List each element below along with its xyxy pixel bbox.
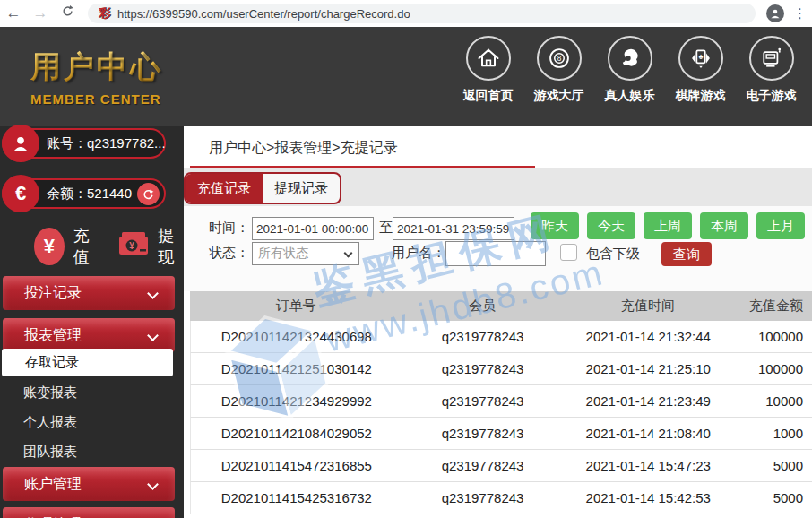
menu-group-bet-records[interactable]: 投注记录 [3,276,175,310]
filter-row-status: 状态： 所有状态 用户名： 包含下级 查询 [184,240,812,267]
url-text: https://6399590.com/userCenter/report/ch… [117,7,410,21]
quick-last-month-button[interactable]: 上月 [756,212,805,239]
home-icon [466,36,511,81]
balance-label: 余额：521440 [47,186,132,203]
nav-item-lobby[interactable]: 8 游戏大厅 [523,36,594,104]
cell-time: 2021-01-14 21:32:44 [563,329,733,344]
chevron-down-icon [147,288,159,299]
col-header-amount: 充值金额 [733,298,812,315]
site-favicon: 彩 [99,5,110,22]
cell-member: q2319778243 [402,329,564,344]
submenu-item-deposit-records[interactable]: 存取记录 [2,349,173,376]
cell-amount: 100000 [733,361,812,376]
include-sub-checkbox[interactable] [560,244,577,261]
top-nav: 返回首页 8 游戏大厅 真人娱乐 ♠ 棋牌游戏 电子游戏 [453,36,807,104]
cell-time: 2021-01-14 21:08:40 [563,426,733,441]
col-header-member: 会员 [402,298,563,315]
table-row: D2021011421324430698 q2319778243 2021-01… [190,321,812,353]
slot-machine-icon [749,36,794,81]
cell-order: D2021011421234929992 [191,393,402,409]
chevron-down-icon [147,479,159,490]
submenu-label: 存取记录 [25,354,79,371]
quick-last-week-button[interactable]: 上周 [644,212,692,239]
chevron-down-icon [147,330,159,341]
cell-order: D2021011421324430698 [191,329,402,344]
date-from-input[interactable] [252,217,374,240]
quick-this-week-button[interactable]: 本周 [700,212,748,239]
submenu-item-personal-report[interactable]: 个人报表 [23,414,77,431]
wallet-actions: ¥ 充值 ¥ 提现 [0,225,184,268]
site-logo[interactable]: 用户中心 MEMBER CENTER [30,47,163,107]
col-header-order: 订单号 [190,298,402,315]
sidebar: 账号：q23197782... € 余额：521440 ¥ 充值 ¥ 提现 投注… [0,126,184,518]
cell-member: q2319778243 [402,361,564,376]
quick-today-button[interactable]: 今天 [587,212,635,239]
browser-back-icon[interactable]: ← [0,4,27,22]
nav-item-live[interactable]: 真人娱乐 [594,36,665,104]
quick-yesterday-button[interactable]: 昨天 [531,212,579,239]
nav-item-slots[interactable]: 电子游戏 [736,36,807,104]
logo-title: 用户中心 [30,47,163,88]
browser-forward-icon[interactable]: → [27,4,54,22]
breadcrumb: 用户中心>报表管理>充提记录 [209,139,398,158]
include-sub-label: 包含下级 [586,246,640,263]
cell-member: q2319778243 [402,490,564,505]
cell-amount: 100000 [733,329,812,344]
cell-amount: 1000 [733,426,812,441]
recharge-icon[interactable]: ¥ [34,228,65,265]
menu-group-report-mgmt[interactable]: 报表管理 [3,318,175,352]
withdraw-icon[interactable]: ¥ [117,230,152,263]
browser-profile-icon[interactable] [766,4,784,22]
nav-label: 游戏大厅 [534,88,584,104]
table-row: D2021011415425316732 q2319778243 2021-01… [190,482,812,514]
username-input[interactable] [445,241,546,266]
browser-menu-icon[interactable]: ⋮ [793,5,807,22]
status-label: 状态： [209,245,249,262]
cell-order: D2021011415472316855 [191,458,402,473]
cell-time: 2021-01-14 15:47:23 [563,458,733,473]
menu-group-agent-mgmt[interactable]: 代理管理 [3,507,175,518]
tab-recharge-records[interactable]: 充值记录 [186,174,263,203]
tab-withdraw-records[interactable]: 提现记录 [263,174,340,203]
menu-group-account-mgmt[interactable]: 账户管理 [3,467,175,501]
refresh-balance-icon[interactable] [137,183,160,205]
table-row: D2021011421084029052 q2319778243 2021-01… [190,418,812,450]
query-button[interactable]: 查询 [661,242,712,266]
filter-row-time: 时间： 至 昨天 今天 上周 本周 上月 [184,215,812,242]
user-icon [2,125,39,162]
menu-group-label: 代理管理 [24,515,82,518]
status-select[interactable]: 所有状态 [252,242,359,265]
browser-reload-icon[interactable] [54,4,81,22]
submenu-item-account-change[interactable]: 账变报表 [23,384,77,401]
recharge-button[interactable]: 充值 [73,225,99,268]
address-bar[interactable]: 彩 https://6399590.com/userCenter/report/… [88,4,756,23]
cell-amount: 10000 [733,393,812,409]
browser-bar: ← → 彩 https://6399590.com/userCenter/rep… [0,0,812,27]
nav-item-home[interactable]: 返回首页 [453,36,523,104]
cell-member: q2319778243 [402,458,564,473]
records-table: 订单号 会员 充值时间 充值金额 D2021011421324430698 q2… [190,291,812,514]
filter-area: 时间： 至 昨天 今天 上周 本周 上月 状态： 所有状态 用户名： 包含下级 … [184,206,812,291]
tab-group: 充值记录 提现记录 [184,172,341,204]
submenu-item-team-report[interactable]: 团队报表 [23,444,77,461]
nav-item-cards[interactable]: ♠ 棋牌游戏 [665,36,736,104]
menu-group-label: 账户管理 [24,475,82,494]
account-pill: 账号：q23197782... [2,128,166,159]
menu-group-label: 投注记录 [24,284,82,303]
chevron-down-icon [344,249,353,258]
cell-order: D2021011421084029052 [191,426,402,441]
svg-text:♠: ♠ [698,52,703,61]
withdraw-button[interactable]: 提现 [158,225,184,268]
account-label: 账号：q23197782... [47,135,166,152]
status-value: 所有状态 [258,246,308,262]
date-to-input[interactable] [393,217,514,240]
cell-time: 2021-01-14 15:42:53 [563,490,733,505]
site-header: 用户中心 MEMBER CENTER 返回首页 8 游戏大厅 真人娱乐 ♠ 棋牌… [0,27,812,126]
nav-label: 电子游戏 [747,88,797,104]
to-label: 至 [379,220,393,237]
nav-label: 棋牌游戏 [676,88,726,104]
username-label: 用户名： [392,245,445,262]
live-dealer-icon [608,36,652,81]
cards-icon: ♠ [678,36,723,81]
logo-subtitle: MEMBER CENTER [30,91,163,107]
